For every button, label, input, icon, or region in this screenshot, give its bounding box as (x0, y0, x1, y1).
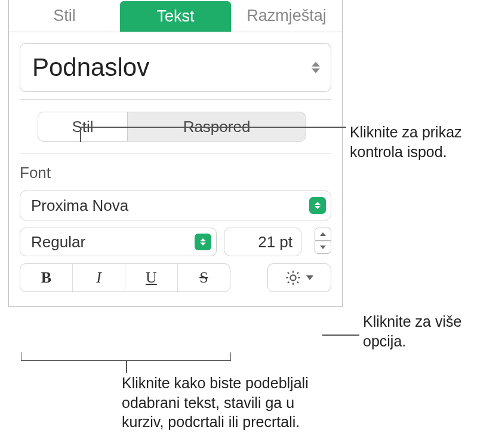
strikethrough-button[interactable]: S (178, 264, 230, 291)
font-size-value: 21 pt (224, 233, 296, 251)
font-row-styles: B I U S (20, 263, 331, 292)
divider (20, 154, 331, 154)
bold-label: B (41, 269, 51, 287)
chevron-up-icon (320, 232, 326, 236)
chevron-down-icon (320, 246, 326, 249)
tab-text[interactable]: Tekst (120, 1, 231, 32)
tab-style[interactable]: Stil (9, 0, 120, 32)
leader-line (322, 335, 359, 336)
font-typeface-select[interactable]: Regular (20, 228, 217, 256)
paragraph-style-select[interactable]: Podnaslov (20, 43, 331, 92)
font-section-label: Font (20, 164, 331, 182)
font-family-select[interactable]: Proxima Nova (20, 191, 331, 220)
font-row-typeface-size: Regular 21 pt (20, 228, 331, 256)
tab-text-label: Tekst (120, 1, 231, 32)
format-sidebar: Stil Tekst Razmještaj Podnaslov Stil Ras… (8, 0, 343, 307)
font-family-value: Proxima Nova (31, 197, 128, 215)
advanced-options-button[interactable] (267, 263, 331, 292)
font-size-up-button[interactable] (315, 228, 331, 241)
leader-bracket (21, 352, 231, 361)
callout-subtabs: Kliknite za prikaz kontrola ispod. (350, 122, 493, 161)
font-size-stepper (315, 228, 331, 256)
bold-button[interactable]: B (20, 264, 73, 291)
chevron-updown-icon (312, 62, 320, 73)
chevron-updown-icon (195, 234, 211, 250)
top-tab-bar: Stil Tekst Razmještaj (9, 0, 342, 32)
font-style-group: B I U S (20, 263, 230, 292)
font-size-field[interactable]: 21 pt (224, 228, 301, 256)
chevron-down-icon (306, 275, 313, 280)
tab-style-label: Stil (9, 0, 120, 32)
italic-label: I (96, 269, 101, 287)
gear-icon (285, 269, 301, 286)
tab-layout-label: Razmještaj (231, 0, 342, 32)
italic-button[interactable]: I (73, 264, 125, 291)
callout-bius: Kliknite kako biste podebljali odabrani … (122, 373, 337, 432)
leader-line (80, 127, 81, 142)
tab-layout[interactable]: Razmještaj (231, 0, 342, 32)
strike-label: S (199, 269, 208, 287)
font-size-down-button[interactable] (315, 241, 331, 254)
leader-line (126, 361, 127, 373)
underline-button[interactable]: U (125, 264, 178, 291)
paragraph-style-label: Podnaslov (32, 53, 149, 82)
callout-advanced: Kliknite za više opcija. (363, 312, 494, 351)
underline-label: U (146, 269, 157, 287)
font-typeface-value: Regular (31, 233, 85, 251)
leader-line (80, 127, 346, 128)
chevron-updown-icon (309, 197, 326, 214)
divider (20, 99, 331, 100)
